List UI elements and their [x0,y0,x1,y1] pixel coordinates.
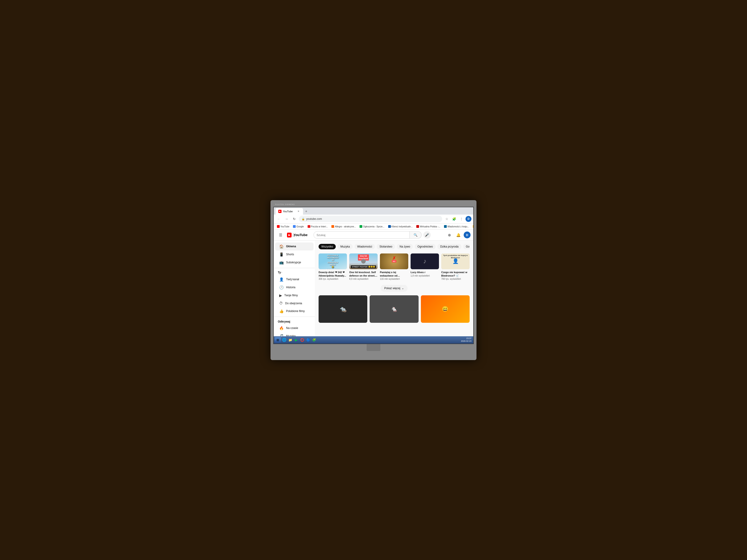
extensions-icon[interactable]: 🧩 [451,216,457,222]
video-meta-5: 700 tys. wyświetleń [441,278,470,280]
taskbar-opera-icon[interactable]: ⭕ [299,337,305,343]
thumb-performer-4: ♪ [423,258,427,265]
video-meta-2: 8,9 mln wyświetleń [349,278,378,280]
video-meta-3: 116 mln wyświetleń [380,278,408,280]
forward-button[interactable]: → [283,216,290,222]
sidebar-item-history[interactable]: 🕐 Historia [275,284,313,291]
yt-menu-button[interactable]: ☰ [277,231,285,239]
yt-logo[interactable]: ▶ YouTube PL [287,233,308,237]
sidebar-item-shorts[interactable]: 📱 Shorts [275,250,313,259]
toolbar-icons: ☆ 🧩 ⋮ D [443,216,471,222]
bottom-thumb-3[interactable]: 😄 [421,295,470,323]
youtube-app: ☰ ▶ YouTube PL 🔍 🎤 [274,230,473,344]
bookmark-wp[interactable]: Wirtualna Polska -... [415,224,441,228]
start-button[interactable]: ⊞ [275,337,281,343]
tab-favicon: ▶ [278,210,282,213]
bookmark-favicon-allegro [331,225,334,228]
sidebar-item-home[interactable]: 🏠 Główna [275,242,313,250]
filter-chips: Wszystko Muzyka Wiadomości Stolarstwo Na… [318,243,470,250]
sidebar-label-subscriptions: Subskrypcje [286,261,301,264]
sidebar-label-shorts: Shorts [286,253,294,256]
address-bar[interactable]: 🔒 youtube.com [299,216,442,222]
more-options-icon[interactable]: ⋮ [458,216,465,222]
profile-icon[interactable]: D [465,216,471,222]
x-mark-3: ✗ [392,255,396,261]
yt-mic-button[interactable]: 🎤 [423,231,431,239]
video-thumb-3: ⚙ NO ✗ [380,254,408,269]
url-display: youtube.com [306,217,322,220]
video-info-3: Pamiętaj o tej wskazówce od doświadczony… [380,269,408,281]
bookmark-youtube[interactable]: YouTube [276,224,291,228]
back-button[interactable]: ← [276,216,282,222]
taskbar-puzzle-icon[interactable]: 🧩 [311,337,317,343]
sidebar-item-subscriptions[interactable]: 📺 Subskrypcje [275,259,313,267]
video-meta-4: 1,8 mln wyświetleń [411,274,439,277]
video-card-5[interactable]: Tych produktów nie kupuj w Biedronce 👤 C… [441,254,470,281]
taskbar-media-icon[interactable]: ▶ [293,337,299,343]
yt-create-button[interactable]: ⊕ [445,231,453,239]
yt-logo-country: PL [293,235,308,237]
chip-wiadomosci[interactable]: Wiadomości [355,244,375,249]
active-tab[interactable]: ▶ YouTube ✕ [276,208,303,215]
chip-muzyka[interactable]: Muzyka [338,244,353,249]
chip-dzika[interactable]: Dzika przyroda [437,244,461,249]
bookmark-wiadomosci[interactable]: Wiadomości z kraju... [443,224,470,228]
video-info-1: Dowcip dnia! ❤ 342 ❤ #dowcipdnia #kawały… [318,269,347,281]
sidebar-item-your-videos[interactable]: ▶ Twoje filmy [275,291,313,299]
sidebar-label-trending: Na czasie [286,326,298,330]
bookmark-favicon-youtube [277,225,280,228]
video-card-1[interactable]: PRZYZNAŁASIĘ KSIĘDZUŻEZDRADZIŁAMĘŻA!😂DOW… [318,254,347,281]
bookmark-allegro[interactable]: Allegro - atrakcyne... [330,224,357,228]
bookmark-google[interactable]: Google [291,224,305,228]
chip-all[interactable]: Wszystko [318,244,336,249]
chip-na-zywo[interactable]: Na żywo [397,244,413,249]
taskbar-folder-icon[interactable]: 📁 [287,337,293,343]
yt-header-actions: ⊕ 🔔 D [445,231,470,239]
subscriptions-icon: 📺 [279,260,284,265]
bookmark-ogloszenia[interactable]: Ogłoszenia - Sprze... [358,224,386,228]
bookmark-poczta[interactable]: Poczta w Interi... [306,224,329,228]
bookmark-label: Wirtualna Polska -... [420,225,440,228]
sidebar-item-trending[interactable]: 🔥 Na czasie [275,324,313,332]
yt-profile-button[interactable]: D [464,232,470,238]
bookmark-klienci[interactable]: Klienci indywidualn... [387,224,414,228]
bottom-thumb-2[interactable]: 🐁 [369,295,418,323]
taskbar-ie-icon[interactable]: 🌐 [282,337,287,343]
home-icon: 🏠 [279,244,284,249]
bookmark-zuzel1[interactable]: Żużel - Aktualne inf... [471,224,473,228]
bookmark-label: Google [297,225,304,228]
sidebar-item-channel[interactable]: 👤 Twój kanał [275,275,313,284]
video-card-2[interactable]: One hitknockout STREET FIGHTER 😠😠😠 One h… [349,254,378,281]
thumb-person-2 [361,259,366,264]
monitor-frame: FUJITSU SIEMENS ▶ YouTube ✕ + ← → ↻ 🔒 y [271,200,476,360]
reload-button[interactable]: ↻ [291,216,298,222]
tab-close-button[interactable]: ✕ [297,210,300,213]
show-more-icon: ⌄ [402,287,404,290]
chip-ogrodnictwo[interactable]: Ogrodnictwo [415,244,436,249]
yt-search-bar[interactable] [313,231,410,239]
watch-later-icon: ⏱ [279,301,283,305]
chip-gotowanie[interactable]: Gotowanie [463,244,470,249]
new-tab-button[interactable]: + [304,209,309,214]
video-card-4[interactable]: ♪ Lucy Alves r 1,8 mln wyświetleń [411,254,439,281]
video-thumb-4: ♪ [411,254,439,269]
yt-notifications-button[interactable]: 🔔 [455,231,462,239]
channel-icon: 👤 [279,277,284,282]
show-more-button[interactable]: Pokaż więcej ⌄ [381,285,408,292]
bookmark-label: Wiadomości z kraju... [447,225,469,228]
thumb-bg-2: One hitknockout STREET FIGHTER 😠😠😠 [349,254,378,269]
video-title-1: Dowcip dnia! ❤ 342 ❤ #dowcipdnia #kawały… [318,271,347,277]
bookmark-star-icon[interactable]: ☆ [443,216,450,222]
sidebar-item-liked[interactable]: 👍 Polubione filmy [275,307,313,315]
yt-search-input[interactable] [316,233,407,237]
video-card-3[interactable]: ⚙ NO ✗ Pamiętaj o tej wskazówce od doświ… [380,254,408,281]
trending-icon: 🔥 [279,326,284,330]
yt-search-button[interactable]: 🔍 [410,231,421,239]
video-grid: PRZYZNAŁASIĘ KSIĘDZUŻEZDRADZIŁAMĘŻA!😂DOW… [318,254,470,281]
taskbar-chrome-icon[interactable]: 🔵 [305,337,311,343]
sidebar-section-ty-title: Ty [278,271,281,274]
bottom-thumb-1[interactable]: 🐀 [318,295,367,323]
sidebar-item-watch-later[interactable]: ⏱ Do obejrzenia [275,299,313,307]
chip-stolarstwo[interactable]: Stolarstwo [377,244,395,249]
show-more-label: Pokaż więcej [384,287,400,290]
